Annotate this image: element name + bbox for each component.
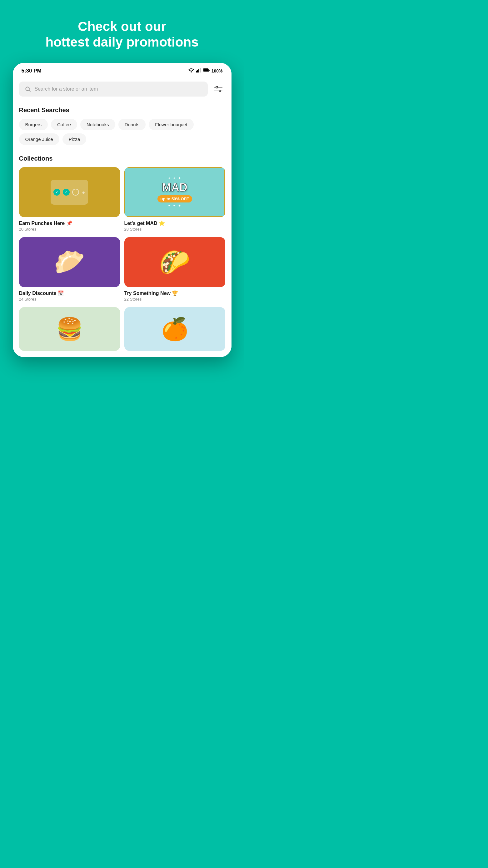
dumpling-emoji: 🥟 [54,247,85,277]
taco-emoji: 🌮 [159,247,190,277]
tag-burgers[interactable]: Burgers [19,119,48,130]
earn-punches-name: Earn Punches Here 📌 [19,220,120,226]
svg-rect-1 [196,71,197,72]
tag-coffee[interactable]: Coffee [51,119,77,130]
collection-card-earn-punches[interactable]: ✓ ✓ ★ Earn Punches Here 📌 20 Stores [19,167,120,233]
svg-point-10 [216,86,218,88]
header-title: Check out our hottest daily promotions [12,19,232,50]
svg-point-12 [219,90,221,92]
tags-container: Burgers Coffee Notebooks Donuts Flower b… [19,119,225,145]
status-bar: 5:30 PM [13,63,232,76]
punch-star: ★ [82,190,85,194]
daily-discounts-stores: 24 Stores [19,297,120,302]
try-new-info: Try Something New 🏆 22 Stores [124,287,225,303]
tag-donuts[interactable]: Donuts [118,119,146,130]
svg-rect-2 [197,70,198,72]
mad-name: Let's get MAD ⭐ [124,220,225,226]
earn-punches-info: Earn Punches Here 📌 20 Stores [19,217,120,233]
recent-searches-section: Recent Searches Burgers Coffee Notebooks… [13,101,232,150]
svg-rect-3 [199,69,199,72]
daily-discounts-image: 🥟 [19,237,120,287]
search-icon [25,86,31,92]
punch-1: ✓ [54,189,60,195]
collections-title: Collections [19,155,225,162]
collection-card-try-new[interactable]: 🌮 Try Something New 🏆 22 Stores [124,237,225,303]
svg-rect-6 [203,69,208,71]
svg-point-7 [26,87,29,91]
tag-orange-juice[interactable]: Orange Juice [19,133,59,145]
svg-line-8 [29,90,30,92]
citrus-emoji: 🍊 [161,316,188,342]
more-cards-row: 🍔 🍊 [19,307,225,351]
try-new-stores: 22 Stores [124,297,225,302]
phone-container: 5:30 PM [13,63,232,357]
svg-point-0 [190,71,192,72]
search-bar[interactable]: Search for a store or an item [19,82,208,97]
filter-button[interactable] [212,82,225,96]
collection-card-daily-discounts[interactable]: 🥟 Daily Discounts 📅 24 Stores [19,237,120,303]
battery-icon [203,68,210,73]
tag-flower-bouquet[interactable]: Flower bouquet [149,119,193,130]
daily-discounts-info: Daily Discounts 📅 24 Stores [19,287,120,303]
collections-section: Collections ✓ ✓ ★ [13,150,232,357]
card-citrus[interactable]: 🍊 [124,307,225,351]
svg-rect-4 [200,68,201,72]
header-section: Check out our hottest daily promotions [0,0,244,63]
daily-discounts-name: Daily Discounts 📅 [19,290,120,296]
mad-stores: 28 Stores [124,227,225,231]
search-placeholder: Search for a store or an item [35,86,98,92]
try-new-name: Try Something New 🏆 [124,290,225,296]
phone-screen: 5:30 PM [13,63,232,357]
mad-badge: ✦ ✦ ✦ MAD up to 50% OFF ✦ ✦ ✦ [157,176,192,208]
mad-image: ✦ ✦ ✦ MAD up to 50% OFF ✦ ✦ ✦ [124,167,225,217]
recent-searches-title: Recent Searches [19,106,225,114]
tag-notebooks[interactable]: Notebooks [80,119,115,130]
burger-emoji: 🍔 [56,316,83,342]
punch-2: ✓ [63,189,70,195]
tag-pizza[interactable]: Pizza [62,133,87,145]
card-burger[interactable]: 🍔 [19,307,120,351]
wifi-icon [188,68,194,73]
try-new-image: 🌮 [124,237,225,287]
punch-3 [72,189,79,195]
battery-percent: 100% [212,68,223,73]
collections-grid: ✓ ✓ ★ Earn Punches Here 📌 20 Stores [19,167,225,303]
filter-icon [214,86,222,92]
mad-info: Let's get MAD ⭐ 28 Stores [124,217,225,233]
search-section: Search for a store or an item [13,76,232,101]
punch-card-visual: ✓ ✓ ★ [51,180,88,205]
status-time: 5:30 PM [22,68,41,74]
status-icons: 100% [188,68,223,73]
collection-card-mad[interactable]: ✦ ✦ ✦ MAD up to 50% OFF ✦ ✦ ✦ Let's get … [124,167,225,233]
earn-punches-stores: 20 Stores [19,227,120,231]
signal-icon [196,68,201,73]
earn-punches-image: ✓ ✓ ★ [19,167,120,217]
